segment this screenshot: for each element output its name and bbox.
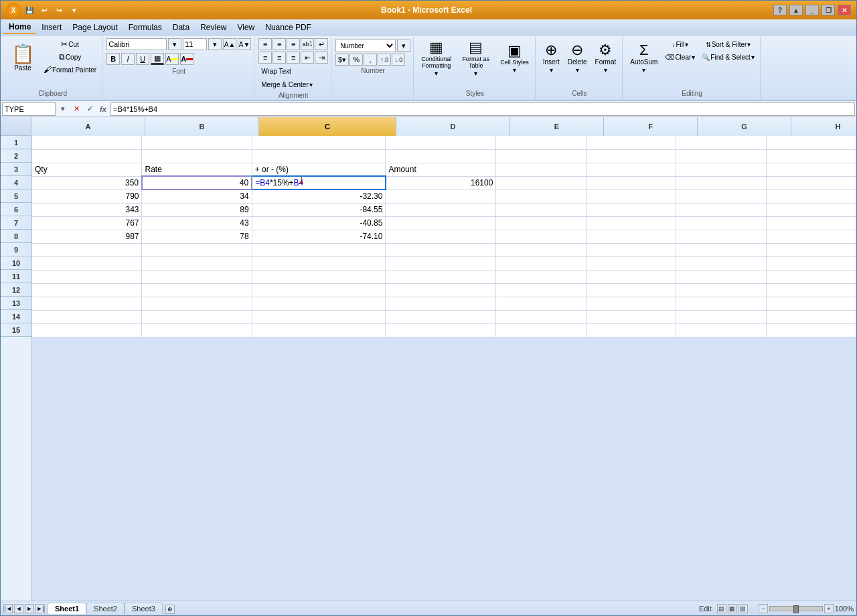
cell-H14[interactable] [766, 310, 856, 323]
row-header-9[interactable]: 9 [1, 243, 31, 256]
cell-D7[interactable] [386, 216, 496, 230]
cell-F13[interactable] [586, 297, 676, 310]
cell-E7[interactable] [496, 216, 586, 230]
cell-G11[interactable] [676, 270, 766, 283]
cell-G5[interactable] [676, 189, 766, 203]
cell-B9[interactable] [142, 243, 252, 256]
cell-G12[interactable] [676, 283, 766, 297]
decrease-decimal-btn[interactable]: ↓.0 [392, 54, 405, 66]
cell-A13[interactable] [32, 297, 142, 310]
cell-D6[interactable] [386, 203, 496, 216]
row-header-1[interactable]: 1 [1, 136, 31, 149]
last-sheet-btn[interactable]: ►| [35, 604, 45, 613]
find-select-btn[interactable]: 🔍 Find & Select ▾ [699, 51, 757, 63]
menu-view[interactable]: View [232, 21, 260, 33]
col-header-A[interactable]: A [31, 117, 145, 136]
cell-G10[interactable] [676, 256, 766, 270]
cell-C15[interactable] [252, 323, 386, 337]
cell-C6[interactable]: -84.55 [252, 203, 386, 216]
format-btn[interactable]: ⚙ Format ▾ [592, 38, 620, 78]
cell-C4[interactable]: =B4*15%+B4 ↓ [252, 176, 386, 189]
cell-A4[interactable]: 350 [32, 176, 142, 189]
increase-font-btn[interactable]: A▲ [223, 38, 236, 50]
cell-D3[interactable]: Amount [386, 163, 496, 176]
cell-H12[interactable] [766, 283, 856, 297]
formula-input[interactable] [110, 102, 855, 116]
menu-page-layout[interactable]: Page Layout [67, 21, 123, 33]
row-header-8[interactable]: 8 [1, 230, 31, 243]
font-name-input[interactable] [106, 38, 167, 50]
cell-G4[interactable] [676, 176, 766, 189]
cell-A10[interactable] [32, 256, 142, 270]
currency-btn[interactable]: $▾ [335, 54, 349, 66]
zoom-in-btn[interactable]: + [824, 604, 834, 613]
row-header-11[interactable]: 11 [1, 270, 31, 283]
name-box-dropdown[interactable]: ▾ [57, 103, 69, 115]
cell-A5[interactable]: 790 [32, 189, 142, 203]
cell-G14[interactable] [676, 310, 766, 323]
align-top-right-btn[interactable]: ≡ [287, 38, 300, 50]
cell-A6[interactable]: 343 [32, 203, 142, 216]
menu-insert[interactable]: Insert [36, 21, 67, 33]
menu-nuance-pdf[interactable]: Nuance PDF [260, 21, 317, 33]
cell-C1[interactable] [252, 136, 386, 149]
cell-E10[interactable] [496, 256, 586, 270]
save-qat-btn[interactable]: 💾 [23, 5, 35, 15]
row-header-2[interactable]: 2 [1, 149, 31, 163]
cell-A14[interactable] [32, 310, 142, 323]
comma-btn[interactable]: , [364, 54, 377, 66]
menu-formulas[interactable]: Formulas [123, 21, 167, 33]
menu-home[interactable]: Home [3, 21, 36, 34]
col-header-F[interactable]: F [604, 117, 698, 136]
number-format-dropdown[interactable]: ▾ [397, 40, 410, 52]
cell-H7[interactable] [766, 216, 856, 230]
orient-btn[interactable]: ab⤵ [301, 38, 314, 50]
cell-C13[interactable] [252, 297, 386, 310]
name-box[interactable] [2, 102, 56, 116]
cell-E13[interactable] [496, 297, 586, 310]
confirm-formula-btn[interactable]: ✓ [84, 103, 96, 115]
cell-B12[interactable] [142, 283, 252, 297]
cell-F12[interactable] [586, 283, 676, 297]
restore-btn[interactable]: ❐ [822, 5, 835, 15]
cell-C8[interactable]: -74.10 [252, 230, 386, 243]
cell-G7[interactable] [676, 216, 766, 230]
cell-G3[interactable] [676, 163, 766, 176]
col-header-G[interactable]: G [698, 117, 791, 136]
decrease-font-btn[interactable]: A▼ [238, 38, 251, 50]
cell-E14[interactable] [496, 310, 586, 323]
align-top-center-btn[interactable]: ≡ [272, 38, 286, 50]
prev-sheet-btn[interactable]: ◄ [14, 604, 23, 613]
insert-function-btn[interactable]: fx [97, 103, 109, 115]
italic-btn[interactable]: I [121, 53, 135, 65]
bold-btn[interactable]: B [106, 53, 120, 65]
row-header-10[interactable]: 10 [1, 256, 31, 270]
menu-data[interactable]: Data [167, 21, 195, 33]
cell-B13[interactable] [142, 297, 252, 310]
col-header-C[interactable]: C [259, 117, 396, 136]
cell-F4[interactable] [586, 176, 676, 189]
wrap-indent-btn[interactable]: ↵ [315, 38, 328, 50]
border-btn[interactable]: ▦ [151, 53, 164, 65]
zoom-slider-thumb[interactable] [793, 605, 799, 613]
row-header-5[interactable]: 5 [1, 189, 31, 203]
sheet-tab-sheet2[interactable]: Sheet2 [86, 603, 125, 614]
ribbon-toggle-btn[interactable]: ▲ [789, 5, 803, 15]
col-header-E[interactable]: E [510, 117, 604, 136]
row-header-7[interactable]: 7 [1, 216, 31, 230]
cell-A7[interactable]: 767 [32, 216, 142, 230]
cell-H10[interactable] [766, 256, 856, 270]
cell-A12[interactable] [32, 283, 142, 297]
fill-btn[interactable]: ↓ Fill ▾ [662, 38, 698, 50]
align-center-btn[interactable]: ≡ [272, 52, 286, 64]
cell-G1[interactable] [676, 136, 766, 149]
percent-btn[interactable]: % [349, 54, 363, 66]
increase-indent-btn[interactable]: ⇥ [315, 52, 328, 64]
cell-D5[interactable] [386, 189, 496, 203]
cell-D2[interactable] [386, 149, 496, 163]
format-painter-button[interactable]: 🖌 Format Painter [41, 64, 99, 76]
cancel-formula-btn[interactable]: ✕ [70, 103, 82, 115]
align-left-btn[interactable]: ≡ [258, 52, 272, 64]
cell-E2[interactable] [496, 149, 586, 163]
scroll-area[interactable]: 1 2 3 4 5 6 7 8 9 10 11 12 13 14 15 [1, 136, 856, 601]
